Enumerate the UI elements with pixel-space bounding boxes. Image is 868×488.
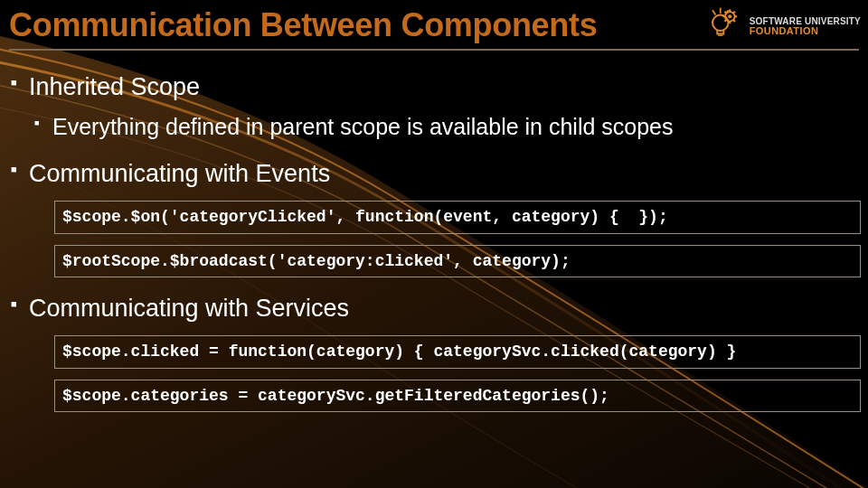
lightbulb-gear-icon: [706, 5, 744, 47]
svg-rect-5: [729, 22, 731, 24]
subbullet-label: Everything defined in parent scope is av…: [52, 114, 674, 139]
svg-rect-7: [722, 15, 725, 17]
bullet-services: Communicating with Services $scope.click…: [11, 292, 859, 412]
svg-point-3: [728, 14, 731, 18]
logo-text-line2: FOUNDATION: [750, 26, 861, 36]
bullet-label: Communicating with Events: [29, 160, 330, 187]
bullet-events: Communicating with Events $scope.$on('ca…: [11, 157, 859, 277]
code-scope-on: $scope.$on('categoryClicked', function(e…: [54, 201, 861, 233]
title-rule: [9, 49, 859, 51]
bullet-label: Inherited Scope: [29, 73, 200, 100]
logo-text-line1: SOFTWARE UNIVERSITY: [750, 17, 861, 26]
bullet-inherited-scope: Inherited Scope Everything defined in pa…: [11, 70, 859, 143]
svg-rect-6: [734, 15, 737, 17]
svg-rect-4: [729, 9, 731, 12]
bullet-label: Communicating with Services: [29, 295, 349, 322]
code-scope-categories: $scope.categories = categorySvc.getFilte…: [54, 380, 861, 412]
subbullet-inherited-detail: Everything defined in parent scope is av…: [29, 112, 859, 143]
logo: SOFTWARE UNIVERSITY FOUNDATION: [706, 5, 861, 47]
code-rootscope-broadcast: $rootScope.$broadcast('category:clicked'…: [54, 245, 861, 277]
code-scope-clicked: $scope.clicked = function(category) { ca…: [54, 335, 861, 368]
